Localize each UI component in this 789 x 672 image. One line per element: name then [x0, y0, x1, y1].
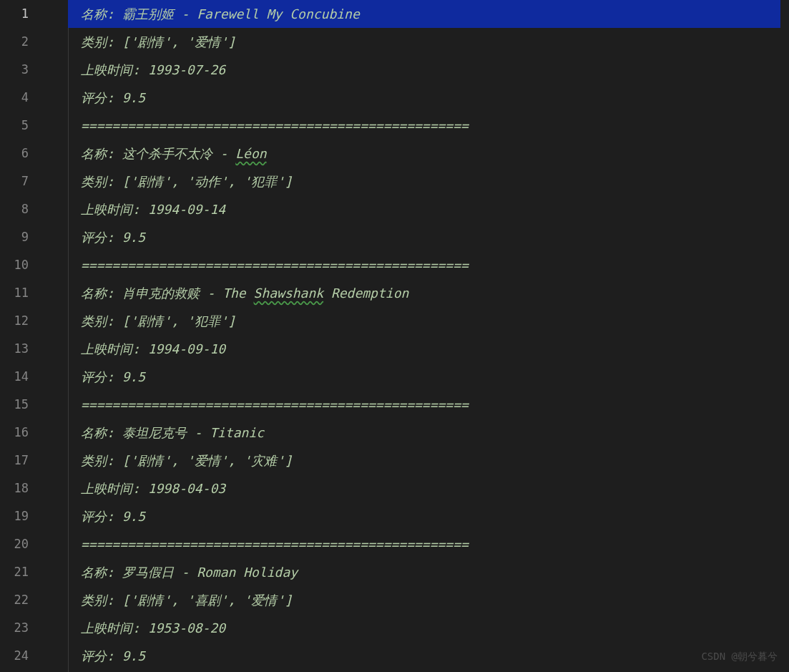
gutter-gap: [43, 391, 68, 419]
line-number: 13: [0, 335, 43, 363]
line-number: 16: [0, 419, 43, 447]
editor-row[interactable]: 10======================================…: [0, 251, 789, 279]
line-content[interactable]: 上映时间: 1993-07-26: [68, 56, 789, 84]
gutter-gap: [43, 335, 68, 363]
editor-row[interactable]: 9评分: 9.5: [0, 223, 789, 251]
separator-text: ========================================…: [81, 118, 469, 133]
editor-row[interactable]: 7类别: ['剧情', '动作', '犯罪']: [0, 167, 789, 195]
field-label: 类别:: [81, 313, 114, 328]
editor-row[interactable]: 18上映时间: 1998-04-03: [0, 474, 789, 502]
line-number: 4: [0, 84, 43, 112]
line-number: 17: [0, 447, 43, 474]
line-content[interactable]: 上映时间: 1994-09-10: [68, 335, 789, 363]
field-label: 名称:: [81, 565, 114, 580]
field-label: 评分:: [81, 230, 114, 245]
line-content[interactable]: 评分: 9.5: [68, 502, 789, 530]
field-value: 1994-09-10: [140, 341, 225, 356]
gutter-gap: [43, 112, 68, 140]
line-content[interactable]: ========================================…: [68, 530, 789, 558]
line-number: 2: [0, 28, 43, 56]
field-label: 名称:: [81, 146, 114, 161]
field-value: ['剧情', '动作', '犯罪']: [114, 174, 293, 189]
editor-row[interactable]: 8上映时间: 1994-09-14: [0, 195, 789, 223]
editor-row[interactable]: 21名称: 罗马假日 - Roman Holiday: [0, 558, 789, 586]
gutter-gap: [43, 614, 68, 642]
line-number: 22: [0, 586, 43, 614]
field-label: 评分:: [81, 648, 114, 663]
line-content[interactable]: 上映时间: 1998-04-03: [68, 474, 789, 502]
editor-row[interactable]: 13上映时间: 1994-09-10: [0, 335, 789, 363]
field-label: 上映时间:: [81, 481, 140, 496]
gutter-gap: [43, 642, 68, 670]
gutter-gap: [43, 279, 68, 307]
line-number: 19: [0, 502, 43, 530]
line-content[interactable]: 评分: 9.5: [68, 223, 789, 251]
line-content[interactable]: 名称: 肖申克的救赎 - The Shawshank Redemption: [68, 279, 789, 307]
field-value: 这个杀手不太冷 -: [114, 146, 235, 161]
code-editor[interactable]: 1名称: 霸王别姬 - Farewell My Concubine2类别: ['…: [0, 0, 789, 672]
gutter-gap: [43, 56, 68, 84]
line-number: 20: [0, 530, 43, 558]
editor-row[interactable]: 15======================================…: [0, 391, 789, 419]
editor-row[interactable]: 1名称: 霸王别姬 - Farewell My Concubine: [0, 0, 789, 28]
editor-row[interactable]: 6名称: 这个杀手不太冷 - Léon: [0, 140, 789, 167]
gutter-gap: [43, 586, 68, 614]
field-value: 1998-04-03: [140, 481, 225, 496]
line-number: 1: [0, 0, 43, 28]
line-number: 11: [0, 279, 43, 307]
field-label: 评分:: [81, 90, 114, 105]
line-content[interactable]: 类别: ['剧情', '喜剧', '爱情']: [68, 586, 789, 614]
editor-row[interactable]: 12类别: ['剧情', '犯罪']: [0, 307, 789, 335]
line-content[interactable]: 名称: 泰坦尼克号 - Titanic: [68, 419, 789, 447]
gutter-gap: [43, 474, 68, 502]
editor-row[interactable]: 19评分: 9.5: [0, 502, 789, 530]
editor-row[interactable]: 20======================================…: [0, 530, 789, 558]
field-value: 9.5: [114, 509, 145, 524]
editor-row[interactable]: 14评分: 9.5: [0, 363, 789, 391]
field-label: 类别:: [81, 174, 114, 189]
line-content[interactable]: 类别: ['剧情', '动作', '犯罪']: [68, 167, 789, 195]
line-content[interactable]: 类别: ['剧情', '犯罪']: [68, 307, 789, 335]
field-value: ['剧情', '爱情']: [114, 34, 236, 49]
editor-row[interactable]: 16名称: 泰坦尼克号 - Titanic: [0, 419, 789, 447]
editor-row[interactable]: 2类别: ['剧情', '爱情']: [0, 28, 789, 56]
field-label: 上映时间:: [81, 620, 140, 636]
field-label: 上映时间:: [81, 341, 140, 356]
gutter-gap: [43, 363, 68, 391]
line-content[interactable]: 类别: ['剧情', '爱情', '灾难']: [68, 447, 789, 474]
line-content[interactable]: 名称: 这个杀手不太冷 - Léon: [68, 140, 789, 167]
line-content[interactable]: ========================================…: [68, 391, 789, 419]
line-content[interactable]: 名称: 罗马假日 - Roman Holiday: [68, 558, 789, 586]
line-content[interactable]: 评分: 9.5: [68, 84, 789, 112]
line-content[interactable]: ========================================…: [68, 251, 789, 279]
gutter-gap: [43, 140, 68, 167]
field-label: 上映时间:: [81, 202, 140, 217]
field-value: 1994-09-14: [140, 202, 225, 217]
field-label: 名称:: [81, 286, 114, 301]
line-content[interactable]: 名称: 霸王别姬 - Farewell My Concubine: [68, 0, 780, 28]
editor-row[interactable]: 4评分: 9.5: [0, 84, 789, 112]
line-content[interactable]: 类别: ['剧情', '爱情']: [68, 28, 789, 56]
editor-row[interactable]: 22类别: ['剧情', '喜剧', '爱情']: [0, 586, 789, 614]
field-value: 泰坦尼克号 - Titanic: [114, 425, 264, 440]
field-value: 1953-08-20: [140, 620, 225, 636]
editor-row[interactable]: 17类别: ['剧情', '爱情', '灾难']: [0, 447, 789, 474]
field-value: 霸王别姬 - Farewell My Concubine: [114, 6, 360, 21]
separator-text: ========================================…: [81, 537, 469, 552]
editor-row[interactable]: 24评分: 9.5: [0, 642, 789, 670]
editor-row[interactable]: 11名称: 肖申克的救赎 - The Shawshank Redemption: [0, 279, 789, 307]
editor-rows: 1名称: 霸王别姬 - Farewell My Concubine2类别: ['…: [0, 0, 789, 672]
line-content[interactable]: 上映时间: 1953-08-20: [68, 614, 789, 642]
editor-row[interactable]: 23上映时间: 1953-08-20: [0, 614, 789, 642]
line-content[interactable]: 评分: 9.5: [68, 363, 789, 391]
field-label: 名称:: [81, 425, 114, 440]
editor-row[interactable]: 3上映时间: 1993-07-26: [0, 56, 789, 84]
field-value: 罗马假日 - Roman Holiday: [114, 565, 298, 580]
gutter-gap: [43, 502, 68, 530]
field-value: Redemption: [323, 286, 408, 301]
line-content[interactable]: 评分: 9.5: [68, 642, 789, 670]
line-content[interactable]: ========================================…: [68, 112, 789, 140]
editor-row[interactable]: 5=======================================…: [0, 112, 789, 140]
line-content[interactable]: 上映时间: 1994-09-14: [68, 195, 789, 223]
field-label: 上映时间:: [81, 62, 140, 77]
